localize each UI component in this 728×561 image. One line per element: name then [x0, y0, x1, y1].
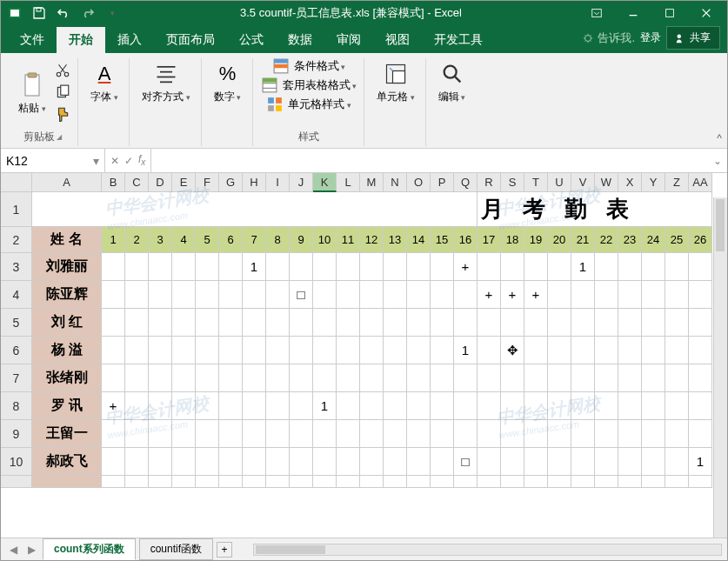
attendance-cell[interactable]	[219, 281, 243, 309]
attendance-cell[interactable]	[618, 253, 642, 281]
attendance-cell[interactable]	[689, 392, 712, 420]
attendance-cell[interactable]	[337, 364, 360, 392]
attendance-cell[interactable]	[313, 253, 337, 281]
worksheet[interactable]: ABCDEFGHIJKLMNOPQRSTUVWXYZAA1月 考 勤 表2姓 名…	[1, 173, 727, 538]
attendance-cell[interactable]	[125, 392, 149, 420]
col-header[interactable]: D	[149, 173, 172, 192]
col-header[interactable]: V	[571, 173, 595, 192]
attendance-cell[interactable]	[172, 448, 196, 476]
tab-page-layout[interactable]: 页面布局	[154, 27, 227, 53]
attendance-cell[interactable]	[313, 309, 337, 337]
attendance-cell[interactable]	[524, 364, 548, 392]
attendance-cell[interactable]	[125, 364, 149, 392]
attendance-cell[interactable]	[665, 392, 689, 420]
attendance-cell[interactable]	[360, 392, 384, 420]
col-header[interactable]: B	[102, 173, 125, 192]
attendance-cell[interactable]	[172, 364, 196, 392]
attendance-cell[interactable]: 1	[571, 253, 595, 281]
attendance-cell[interactable]	[478, 337, 501, 364]
tab-developer[interactable]: 开发工具	[422, 27, 495, 53]
attendance-cell[interactable]	[313, 281, 337, 309]
font-group-btn[interactable]: A 字体	[87, 58, 122, 130]
attendance-cell[interactable]	[524, 448, 548, 476]
attendance-cell[interactable]	[595, 309, 618, 337]
attendance-cell[interactable]	[431, 337, 454, 364]
format-as-table[interactable]: 套用表格格式	[262, 77, 357, 93]
cell-styles[interactable]: 单元格样式	[267, 97, 351, 112]
format-painter-icon[interactable]	[55, 106, 70, 124]
expand-formula-bar-icon[interactable]: ⌄	[708, 155, 727, 167]
collapse-ribbon-icon[interactable]: ^	[717, 132, 722, 144]
attendance-cell[interactable]	[665, 364, 689, 392]
attendance-cell[interactable]	[102, 337, 125, 364]
sheet-tab[interactable]: count系列函数	[43, 538, 136, 560]
undo-icon[interactable]	[55, 4, 72, 22]
attendance-cell[interactable]	[125, 253, 149, 281]
attendance-cell[interactable]	[548, 253, 571, 281]
attendance-cell[interactable]	[219, 392, 243, 420]
attendance-cell[interactable]	[571, 420, 595, 448]
attendance-cell[interactable]	[313, 420, 337, 448]
attendance-cell[interactable]	[313, 337, 337, 364]
attendance-cell[interactable]	[290, 309, 313, 337]
attendance-cell[interactable]	[689, 309, 712, 337]
save-icon[interactable]	[30, 4, 48, 22]
attendance-cell[interactable]	[431, 253, 454, 281]
col-header[interactable]: M	[360, 173, 384, 192]
col-header[interactable]: J	[290, 173, 313, 192]
attendance-cell[interactable]	[595, 364, 618, 392]
attendance-cell[interactable]	[243, 420, 266, 448]
col-header[interactable]: R	[478, 173, 501, 192]
vertical-scrollbar[interactable]	[713, 197, 727, 538]
attendance-cell[interactable]	[219, 420, 243, 448]
attendance-cell[interactable]	[548, 309, 571, 337]
attendance-cell[interactable]	[172, 309, 196, 337]
attendance-cell[interactable]	[384, 420, 407, 448]
attendance-cell[interactable]	[454, 309, 478, 337]
minimize-icon[interactable]	[618, 3, 649, 23]
attendance-cell[interactable]	[571, 448, 595, 476]
attendance-cell[interactable]	[149, 448, 172, 476]
attendance-cell[interactable]	[313, 364, 337, 392]
attendance-cell[interactable]	[431, 392, 454, 420]
attendance-cell[interactable]	[243, 364, 266, 392]
attendance-cell[interactable]	[219, 364, 243, 392]
col-header[interactable]: H	[243, 173, 266, 192]
col-header[interactable]: U	[548, 173, 571, 192]
attendance-cell[interactable]	[454, 364, 478, 392]
paste-button[interactable]: 粘贴	[15, 70, 50, 117]
col-header[interactable]: L	[337, 173, 360, 192]
attendance-cell[interactable]	[102, 253, 125, 281]
attendance-cell[interactable]	[618, 337, 642, 364]
attendance-cell[interactable]	[689, 337, 712, 364]
attendance-cell[interactable]	[501, 309, 524, 337]
attendance-cell[interactable]	[665, 281, 689, 309]
name-box[interactable]: K12▾	[1, 149, 105, 172]
editing-group-btn[interactable]: 编辑	[435, 58, 470, 130]
attendance-cell[interactable]: +	[454, 253, 478, 281]
attendance-cell[interactable]	[384, 392, 407, 420]
attendance-cell[interactable]	[618, 420, 642, 448]
attendance-cell[interactable]	[501, 448, 524, 476]
attendance-cell[interactable]	[431, 309, 454, 337]
align-group-btn[interactable]: 对齐方式	[138, 58, 194, 130]
attendance-cell[interactable]	[501, 420, 524, 448]
attendance-cell[interactable]	[149, 392, 172, 420]
attendance-cell[interactable]	[384, 337, 407, 364]
attendance-cell[interactable]	[548, 420, 571, 448]
attendance-cell[interactable]	[595, 281, 618, 309]
attendance-cell[interactable]	[172, 337, 196, 364]
attendance-cell[interactable]	[689, 364, 712, 392]
attendance-cell[interactable]	[642, 364, 665, 392]
attendance-cell[interactable]	[149, 337, 172, 364]
attendance-cell[interactable]	[243, 448, 266, 476]
attendance-cell[interactable]	[454, 420, 478, 448]
attendance-cell[interactable]	[618, 364, 642, 392]
attendance-cell[interactable]	[149, 281, 172, 309]
attendance-cell[interactable]	[290, 420, 313, 448]
attendance-cell[interactable]	[337, 420, 360, 448]
attendance-cell[interactable]	[548, 392, 571, 420]
attendance-cell[interactable]	[196, 448, 219, 476]
attendance-cell[interactable]	[243, 309, 266, 337]
tab-formulas[interactable]: 公式	[227, 27, 276, 53]
